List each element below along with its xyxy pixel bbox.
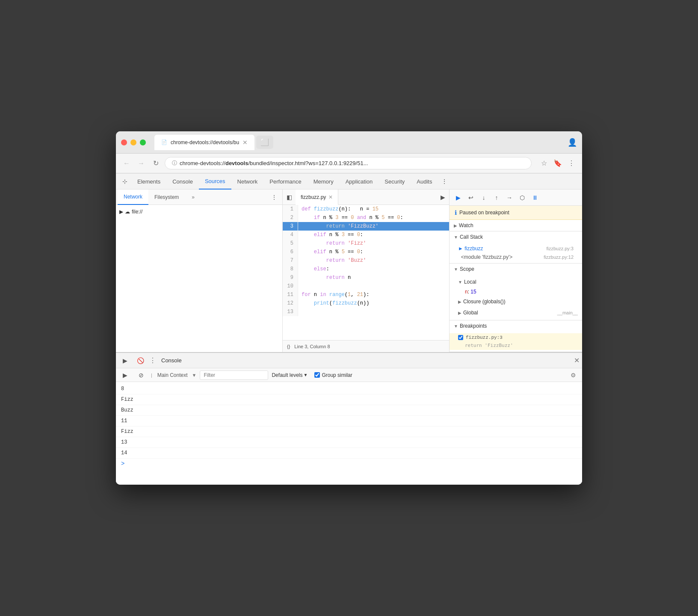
resume-button[interactable]: ▶ — [452, 192, 464, 204]
toggle-sidebar-button[interactable]: ◧ — [283, 191, 296, 204]
console-panel: ▶ 🚫 ⋮ Console ✕ ▶ ⊘ | Main Context ▼ Def… — [116, 352, 582, 485]
console-block-button[interactable]: ⊘ — [135, 369, 148, 382]
console-line-fizz2: Fizz — [116, 426, 582, 437]
sources-network-tab[interactable]: Network — [118, 190, 148, 205]
new-tab-button[interactable]: ⬜ — [256, 136, 273, 149]
address-actions: ☆ 🔖 ⋮ — [538, 158, 577, 169]
context-dropdown-icon[interactable]: ▼ — [192, 373, 197, 378]
code-line-5: 5 return 'Fizz' — [283, 239, 449, 248]
console-clear-button[interactable]: 🚫 — [134, 354, 147, 367]
code-content-10 — [298, 282, 302, 290]
traffic-lights — [121, 139, 146, 145]
tab-sources[interactable]: Sources — [199, 173, 231, 190]
address-bar: ← → ↻ ⓘ chrome-devtools://devtools/bundl… — [116, 154, 582, 173]
code-line-8: 8 else: — [283, 265, 449, 273]
call-stack-loc-module: fizzbuzz.py:12 — [544, 255, 574, 260]
reload-button[interactable]: ↻ — [150, 158, 161, 169]
local-scope-header[interactable]: ▼ Local — [450, 276, 582, 287]
console-line-11: 11 — [116, 416, 582, 426]
step-out-button[interactable]: ↑ — [491, 192, 503, 204]
levels-chevron-icon: ▼ — [304, 373, 308, 377]
file-tree-cloud-icon: ☁ — [125, 209, 130, 215]
breakpoints-header[interactable]: ▼ Breakpoints — [450, 320, 582, 332]
group-similar-checkbox[interactable] — [314, 372, 320, 378]
code-editor[interactable]: 1 def fizzbuzz(n): n = 15 2 if n % 3 == … — [283, 205, 449, 340]
menu-button[interactable]: ⋮ — [566, 158, 577, 169]
tab-devtools-icon: 📄 — [161, 139, 167, 145]
code-line-2: 2 if n % 3 == 0 and n % 5 == 0: — [283, 213, 449, 222]
address-text: chrome-devtools://devtools/bundled/inspe… — [180, 160, 368, 166]
breakpoints-arrow-icon: ▼ — [454, 324, 458, 329]
user-icon[interactable]: 👤 — [568, 138, 577, 147]
close-button[interactable] — [121, 139, 127, 145]
code-content-8: else: — [298, 265, 329, 273]
tab-security[interactable]: Security — [379, 173, 411, 190]
console-prompt[interactable]: > — [116, 459, 582, 469]
main-context-label: Main Context — [157, 372, 188, 378]
console-levels-dropdown[interactable]: Default levels ▼ — [272, 372, 308, 378]
tab-console[interactable]: Console — [166, 173, 199, 190]
scope-content: ▼ Local n: 15 ▶ Closure (globals()) — [450, 275, 582, 320]
sources-panel: Network Filesystem » ⋮ ▶ ☁ file:// — [116, 190, 283, 352]
call-stack-section: ▼ Call Stack ► fizzbuzz fizzbuzz.py:3 <m… — [450, 231, 582, 264]
back-button[interactable]: ← — [121, 158, 132, 169]
scope-header[interactable]: ▼ Scope — [450, 264, 582, 275]
tab-audits[interactable]: Audits — [411, 173, 438, 190]
console-more-button[interactable]: ⋮ — [149, 356, 156, 364]
active-tab[interactable]: 📄 chrome-devtools://devtools/bu ✕ — [154, 135, 254, 150]
call-stack-header[interactable]: ▼ Call Stack — [450, 231, 582, 243]
pause-on-exceptions-button[interactable]: ⏸ — [529, 192, 541, 204]
step-into-button[interactable]: ↓ — [478, 192, 490, 204]
title-bar: 📄 chrome-devtools://devtools/bu ✕ ⬜ 👤 — [116, 131, 582, 154]
console-close-button[interactable]: ✕ — [574, 356, 580, 364]
watch-header[interactable]: ▶ Watch — [450, 220, 582, 231]
sources-more-tabs[interactable]: » — [186, 190, 201, 205]
tab-memory[interactable]: Memory — [308, 173, 340, 190]
console-execute-button[interactable]: ▶ — [118, 354, 131, 367]
step-over-button[interactable]: ↩ — [465, 192, 477, 204]
devtools-toolbar: ⊹ Elements Console Sources Network Perfo… — [116, 173, 582, 190]
global-arrow-icon: ▶ — [458, 311, 461, 315]
tab-close-button[interactable]: ✕ — [243, 139, 248, 146]
scope-var-n[interactable]: n: 15 — [450, 287, 582, 296]
console-filter-input[interactable] — [200, 370, 268, 380]
pretty-print-button[interactable]: ▶ — [436, 191, 449, 204]
forward-button[interactable]: → — [136, 158, 147, 169]
code-tab-bar: ◧ fizzbuzz.py ✕ ▶ — [283, 190, 449, 205]
watch-section: ▶ Watch — [450, 220, 582, 231]
console-line-13: 13 — [116, 437, 582, 448]
deactivate-breakpoints-button[interactable]: ⬡ — [516, 192, 528, 204]
minimize-button[interactable] — [130, 139, 136, 145]
console-settings-button[interactable]: ⚙ — [567, 369, 580, 382]
tab-elements[interactable]: Elements — [131, 173, 166, 190]
code-tab-close-button[interactable]: ✕ — [328, 194, 333, 200]
extension-button[interactable]: 🔖 — [552, 158, 563, 169]
code-content-4: elif n % 3 == 0: — [298, 231, 363, 239]
line-num-6: 6 — [283, 248, 298, 256]
code-content-12: print(fizzbuzz(n)) — [298, 299, 369, 308]
closure-scope-header[interactable]: ▶ Closure (globals()) — [450, 296, 582, 307]
tab-application[interactable]: Application — [340, 173, 379, 190]
console-run-button[interactable]: ▶ — [118, 369, 131, 382]
closure-label: Closure (globals()) — [463, 299, 506, 305]
code-line-1: 1 def fizzbuzz(n): n = 15 — [283, 205, 449, 213]
breakpoint-checkbox-1[interactable] — [458, 335, 463, 340]
more-tabs-button[interactable]: ⋮ — [438, 175, 451, 188]
address-input[interactable]: ⓘ chrome-devtools://devtools/bundled/ins… — [165, 157, 532, 169]
maximize-button[interactable] — [140, 139, 146, 145]
console-line-fizz1: Fizz — [116, 394, 582, 405]
tab-performance[interactable]: Performance — [263, 173, 307, 190]
sources-filesystem-tab[interactable]: Filesystem — [148, 190, 185, 205]
call-stack-item-module[interactable]: <module 'fizzbuzz.py'> fizzbuzz.py:12 — [450, 253, 582, 261]
step-button[interactable]: → — [503, 192, 515, 204]
file-tree-item[interactable]: ▶ ☁ file:// — [116, 207, 282, 216]
line-num-11: 11 — [283, 290, 298, 299]
code-tab-fizzbuzz[interactable]: fizzbuzz.py ✕ — [296, 190, 338, 205]
sources-menu-button[interactable]: ⋮ — [268, 191, 281, 204]
inspect-element-button[interactable]: ⊹ — [118, 175, 131, 188]
global-scope-header[interactable]: ▶ Global __main__ — [450, 307, 582, 318]
tab-network[interactable]: Network — [231, 173, 264, 190]
bookmark-button[interactable]: ☆ — [538, 158, 550, 169]
scope-arrow-icon: ▼ — [454, 267, 458, 272]
call-stack-item-fizzbuzz[interactable]: ► fizzbuzz fizzbuzz.py:3 — [450, 244, 582, 253]
